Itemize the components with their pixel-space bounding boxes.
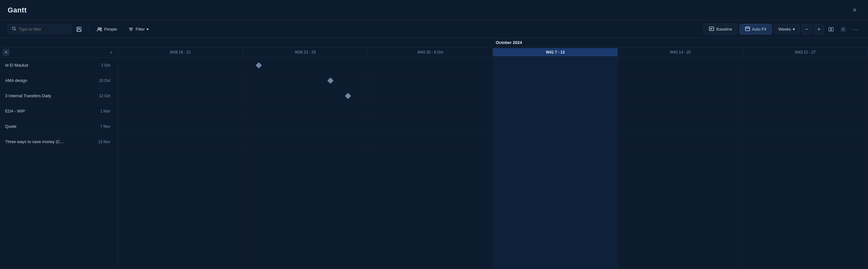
week-cell-0: W38 16 - 22: [118, 48, 243, 56]
svg-rect-4: [78, 29, 81, 31]
search-icon: [12, 26, 16, 32]
header: Gantt ×: [0, 0, 868, 21]
baseline-label: Baseline: [716, 27, 732, 32]
header-left: Gantt: [8, 6, 27, 14]
task-date: 10 Oct: [88, 79, 110, 83]
autofit-button[interactable]: Auto Fit: [740, 24, 772, 34]
task-date: 7 Nov: [88, 124, 110, 129]
task-list: Id El Maulud 2 Oct AMA design 10 Oct 3 I…: [0, 58, 118, 269]
baseline-button[interactable]: Baseline: [703, 24, 738, 35]
more-button[interactable]: ⋯: [850, 24, 860, 34]
divider-1: [88, 25, 88, 34]
task-date: 12 Oct: [88, 94, 110, 98]
task-name: AMA design: [5, 78, 88, 83]
task-name: EDA - WIP: [5, 109, 88, 114]
task-name: Quote: [5, 124, 88, 129]
row-header-col: ✕ ‹: [0, 49, 118, 56]
people-icon: [97, 26, 102, 32]
gantt-row-2: [118, 88, 868, 103]
search-input[interactable]: [19, 27, 67, 32]
week-cell-1: W39 23 - 29: [243, 48, 368, 56]
search-box[interactable]: [8, 24, 71, 34]
task-row[interactable]: Quote 7 Nov: [0, 119, 118, 134]
svg-rect-17: [829, 27, 831, 31]
week-cell-5: W43 21 - 27: [743, 48, 868, 56]
zoom-out-button[interactable]: −: [802, 24, 812, 34]
weeks-label: Weeks: [778, 27, 791, 32]
people-button[interactable]: People: [92, 25, 121, 34]
nav-left-button[interactable]: ‹: [107, 49, 115, 56]
task-row[interactable]: Id El Maulud 2 Oct: [0, 58, 118, 73]
task-date: 1 Nov: [88, 109, 110, 114]
svg-point-5: [98, 27, 100, 29]
zoom-in-button[interactable]: +: [814, 24, 824, 34]
task-row[interactable]: AMA design 10 Oct: [0, 73, 118, 88]
svg-point-0: [12, 27, 15, 30]
milestone-1: [327, 78, 334, 84]
task-name: Id El Maulud: [5, 63, 88, 67]
week-cell-2: W40 30 - 6 Oct: [368, 48, 493, 56]
gantt-row-5: [118, 134, 868, 149]
task-row[interactable]: EDA - WIP 1 Nov: [0, 103, 118, 119]
week-row: ✕ ‹ W38 16 - 22 W39 23 - 29 W40 30 - 6 O…: [0, 47, 868, 57]
columns-button[interactable]: [826, 24, 836, 34]
people-label: People: [104, 27, 117, 32]
milestone-2: [345, 93, 351, 99]
app-title: Gantt: [8, 6, 27, 14]
month-label: October 2024: [150, 39, 868, 46]
clear-button[interactable]: ✕: [3, 49, 9, 56]
week-cell-3: W41 7 - 13: [493, 48, 618, 56]
toolbar: People Filter ▾ Baseline: [0, 21, 868, 38]
svg-rect-3: [78, 27, 80, 29]
baseline-icon: [709, 26, 714, 32]
toolbar-right: Baseline Auto Fit Weeks ▾ − +: [703, 24, 860, 35]
gantt-container: October 2024 ✕ ‹ W38 16 - 22 W39 23 - 29…: [0, 38, 868, 269]
gantt-row-3: [118, 103, 868, 119]
close-button[interactable]: ×: [849, 4, 860, 16]
task-row[interactable]: 3 Internal Transfers Daily 12 Oct: [0, 88, 118, 103]
svg-line-1: [15, 30, 16, 31]
filter-button[interactable]: Filter ▾: [124, 25, 153, 34]
gantt-row-4: [118, 119, 868, 134]
svg-point-19: [842, 28, 844, 30]
svg-rect-10: [709, 27, 714, 31]
task-name: Three ways to save money (C...: [5, 139, 88, 144]
more-icon: ⋯: [852, 26, 859, 33]
week-cell-4: W42 14 - 20: [618, 48, 743, 56]
svg-rect-18: [831, 27, 833, 31]
svg-rect-13: [745, 27, 749, 31]
save-button[interactable]: [74, 24, 84, 34]
filter-icon: [128, 27, 133, 32]
filter-label: Filter: [135, 27, 145, 32]
svg-point-6: [100, 28, 102, 29]
gantt-chart: [118, 58, 868, 269]
gantt-row-0: [118, 58, 868, 73]
gantt-body: Id El Maulud 2 Oct AMA design 10 Oct 3 I…: [0, 58, 868, 269]
weeks-chevron-icon: ▾: [793, 27, 795, 32]
calendar-icon: [745, 26, 750, 32]
milestone-0: [255, 62, 262, 68]
task-date: 2 Oct: [88, 63, 110, 67]
timeline-header: October 2024 ✕ ‹ W38 16 - 22 W39 23 - 29…: [0, 38, 868, 58]
month-row: October 2024: [0, 38, 868, 47]
task-row[interactable]: Three ways to save money (C... 13 Nov: [0, 134, 118, 149]
settings-button[interactable]: [838, 24, 848, 34]
gantt-rows: [118, 58, 868, 149]
gantt-row-1: [118, 73, 868, 88]
task-name: 3 Internal Transfers Daily: [5, 93, 88, 98]
task-date: 13 Nov: [88, 140, 110, 144]
autofit-label: Auto Fit: [752, 27, 766, 32]
weeks-select[interactable]: Weeks ▾: [774, 25, 800, 34]
filter-arrow-icon: ▾: [147, 27, 149, 32]
